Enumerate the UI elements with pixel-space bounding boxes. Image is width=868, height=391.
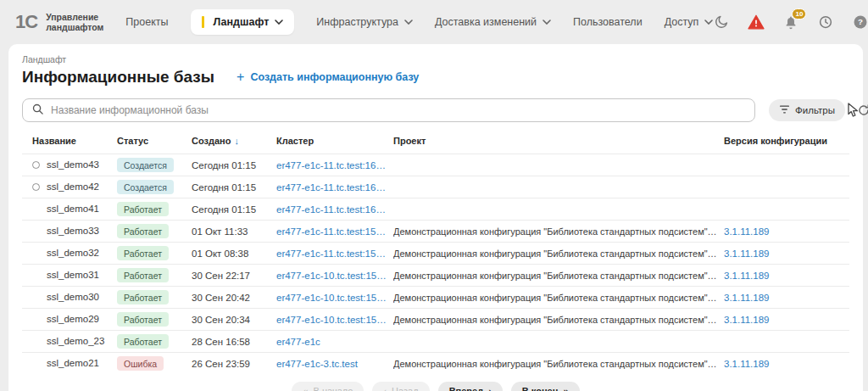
config-version-link[interactable]: 3.1.11.189: [724, 243, 849, 265]
table-row[interactable]: ssl_demo_23 Работает 28 Сен 16:58 er477-…: [22, 331, 849, 353]
status-badge: Работает: [117, 246, 169, 260]
status-badge: Работает: [117, 290, 169, 304]
config-version-link[interactable]: 3.1.11.189: [724, 287, 849, 309]
pagination-prev-button[interactable]: ‹ Назад: [372, 382, 429, 391]
cluster-link[interactable]: er477-e1c-11.tc.test:1540: [276, 243, 393, 265]
infobase-name: ssl_demo41: [47, 204, 99, 214]
config-version-link[interactable]: 3.1.11.189: [724, 353, 849, 375]
cluster-link[interactable]: er477-e1c: [276, 331, 393, 353]
table-row[interactable]: ssl_demo31 Работает 30 Сен 22:17 er477-e…: [22, 265, 849, 287]
column-header-cluster[interactable]: Кластер: [276, 132, 393, 154]
pagination-next-button[interactable]: Вперед ›: [438, 382, 503, 391]
nav-item-projects[interactable]: Проекты: [125, 16, 168, 28]
cluster-link[interactable]: er477-e1c-10.tc.test:1540: [276, 309, 393, 331]
app-title: Управление ландшафтом: [46, 12, 103, 32]
cluster-link[interactable]: er477-e1c-10.tc.test:1540: [276, 265, 393, 287]
config-version-link[interactable]: [724, 331, 849, 353]
infobase-name: ssl_demo29: [47, 314, 99, 324]
cluster-link[interactable]: er477-e1c-11.tc.test:1640: [276, 154, 393, 176]
infobases-table: Название Статус Создано↓ Кластер Проект …: [22, 132, 849, 374]
status-badge: Работает: [117, 268, 169, 282]
main-nav: Проекты Ландшафт Инфраструктура Доставка…: [125, 9, 713, 35]
column-header-version[interactable]: Версия конфигурации: [724, 132, 849, 154]
created-date: 30 Сен 22:17: [192, 265, 276, 287]
brand: 1С Управление ландшафтом: [15, 11, 103, 33]
column-header-name[interactable]: Название: [22, 132, 117, 154]
created-date: Сегодня 01:15: [192, 176, 276, 198]
nav-item-access[interactable]: Доступ: [665, 16, 714, 28]
table-row[interactable]: ssl_demo43 Создается Сегодня 01:15 er477…: [22, 154, 849, 176]
column-header-created[interactable]: Создано↓: [192, 132, 276, 154]
table-row[interactable]: ssl_demo33 Работает 01 Окт 11:33 er477-e…: [22, 221, 849, 243]
chevron-double-left-icon: «: [303, 386, 308, 391]
infobase-name: ssl_demo32: [47, 248, 99, 258]
table-row[interactable]: ssl_demo32 Работает 01 Окт 08:38 er477-e…: [22, 243, 849, 265]
table-row[interactable]: ssl_demo41 Работает Сегодня 01:15 er477-…: [22, 198, 849, 221]
1c-logo: 1С: [15, 11, 37, 33]
project-name: Демонстрационная конфигурация "Библиотек…: [393, 353, 724, 375]
table-row[interactable]: ssl_demo21 Ошибка 26 Сен 23:59 er477-e1c…: [22, 353, 849, 375]
search-icon: [31, 103, 44, 119]
notification-count-badge: 10: [792, 8, 806, 20]
cluster-link[interactable]: er477-e1c-11.tc.test:1640: [276, 176, 393, 198]
config-version-link[interactable]: [724, 176, 849, 198]
project-name: [393, 154, 724, 176]
create-infobase-button[interactable]: + Создать информационную базу: [236, 70, 419, 85]
dark-mode-moon-icon[interactable]: [713, 14, 730, 31]
created-date: 26 Сен 23:59: [192, 353, 276, 375]
active-tab-accent-bar: [202, 16, 204, 28]
nav-item-infrastructure[interactable]: Инфраструктура: [316, 16, 413, 28]
project-name: [393, 176, 724, 198]
cluster-link[interactable]: er477-e1c-11.tc.test:1640: [276, 198, 393, 221]
created-date: 28 Сен 16:58: [192, 331, 276, 353]
created-date: 01 Окт 08:38: [192, 243, 276, 265]
config-version-link[interactable]: 3.1.11.189: [724, 309, 849, 331]
column-header-status[interactable]: Статус: [117, 132, 192, 154]
project-name: [393, 331, 724, 353]
app-window: 1С Управление ландшафтом Проекты Ландшаф…: [0, 0, 868, 391]
infobase-name: ssl_demo31: [47, 270, 99, 280]
notifications-bell-icon[interactable]: 10: [782, 14, 799, 31]
table-row[interactable]: ssl_demo42 Создается Сегодня 01:15 er477…: [22, 176, 849, 198]
loading-spinner-icon: [32, 161, 40, 169]
table-row[interactable]: ssl_demo30 Работает 30 Сен 20:42 er477-e…: [22, 287, 849, 309]
project-name: Демонстрационная конфигурация "Библиотек…: [393, 243, 724, 265]
config-version-link[interactable]: 3.1.11.189: [724, 265, 849, 287]
project-name: Демонстрационная конфигурация "Библиотек…: [393, 309, 724, 331]
nav-item-landscape[interactable]: Ландшафт: [191, 9, 295, 35]
status-badge: Ошибка: [117, 356, 164, 371]
project-name: Демонстрационная конфигурация "Библиотек…: [393, 287, 724, 309]
chevron-left-icon: ‹: [383, 386, 387, 391]
nav-item-users[interactable]: Пользователи: [573, 16, 643, 28]
cluster-link[interactable]: er477-e1c-10.tc.test:1540: [276, 287, 393, 309]
status-badge: Работает: [117, 202, 169, 216]
nav-item-change-delivery[interactable]: Доставка изменений: [435, 16, 551, 28]
search-box[interactable]: [22, 98, 755, 122]
pagination-first-button[interactable]: « В начало: [292, 382, 364, 391]
config-version-link[interactable]: 3.1.11.189: [724, 221, 849, 243]
cluster-link[interactable]: er477-e1c-11.tc.test:1540: [276, 221, 393, 243]
column-header-project[interactable]: Проект: [393, 132, 724, 154]
plus-icon: +: [236, 70, 244, 85]
chevron-down-icon: [704, 20, 713, 25]
search-input[interactable]: [51, 104, 746, 116]
loading-spinner-icon: [32, 183, 40, 191]
infobase-name: ssl_demo33: [47, 226, 99, 236]
project-name: Демонстрационная конфигурация "Библиотек…: [393, 265, 724, 287]
alert-triangle-icon[interactable]: [748, 14, 765, 31]
config-version-link[interactable]: [724, 198, 849, 221]
status-badge: Создается: [117, 180, 174, 194]
infobase-name: ssl_demo42: [47, 182, 99, 192]
table-row[interactable]: ssl_demo29 Работает 30 Сен 20:34 er477-e…: [22, 309, 849, 331]
sort-desc-icon[interactable]: ↓: [234, 136, 239, 146]
help-icon[interactable]: ?: [852, 14, 868, 31]
config-version-link[interactable]: [724, 154, 849, 176]
refresh-button[interactable]: [857, 103, 868, 117]
page-title: Информационные базы: [22, 68, 214, 87]
cluster-link[interactable]: er477-e1c-3.tc.test: [276, 353, 393, 375]
pagination-last-button[interactable]: В конец »: [511, 382, 580, 391]
created-date: Сегодня 01:15: [192, 198, 276, 221]
history-clock-icon[interactable]: [817, 14, 834, 31]
breadcrumb[interactable]: Ландшафт: [22, 54, 849, 64]
filters-button[interactable]: Фильтры: [769, 99, 845, 121]
